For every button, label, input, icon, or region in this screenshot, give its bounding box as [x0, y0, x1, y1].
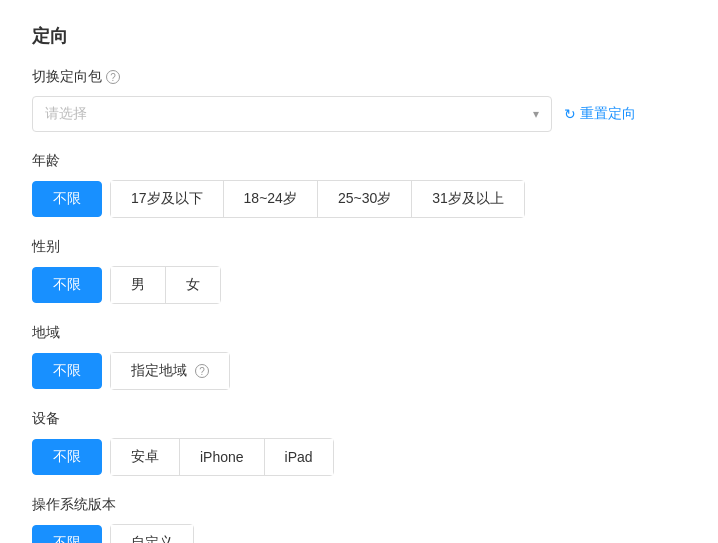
gender-option-female[interactable]: 女: [166, 267, 220, 303]
targeting-package-label: 切换定向包 ?: [32, 68, 686, 86]
device-option-ipad[interactable]: iPad: [265, 439, 333, 475]
device-option-android[interactable]: 安卓: [111, 439, 180, 475]
region-section: 地域 不限 指定地域 ?: [32, 324, 686, 390]
targeting-package-dropdown[interactable]: 请选择 ▾: [32, 96, 552, 132]
targeting-package-section: 切换定向包 ? 请选择 ▾ ↻ 重置定向: [32, 68, 686, 132]
age-options-group: 17岁及以下 18~24岁 25~30岁 31岁及以上: [110, 180, 525, 218]
gender-option-male[interactable]: 男: [111, 267, 166, 303]
device-option-iphone[interactable]: iPhone: [180, 439, 265, 475]
refresh-icon: ↻: [564, 106, 576, 122]
gender-label: 性别: [32, 238, 686, 256]
age-options-row: 不限 17岁及以下 18~24岁 25~30岁 31岁及以上: [32, 180, 686, 218]
os-version-option-unlimited[interactable]: 不限: [32, 525, 102, 543]
targeting-package-row: 请选择 ▾ ↻ 重置定向: [32, 96, 686, 132]
region-option-custom[interactable]: 指定地域 ?: [111, 353, 229, 389]
os-version-option-custom[interactable]: 自定义: [111, 525, 193, 543]
os-version-section: 操作系统版本 不限 自定义: [32, 496, 686, 543]
reset-targeting-button[interactable]: ↻ 重置定向: [564, 105, 636, 123]
targeting-package-placeholder: 请选择: [45, 105, 87, 123]
age-option-25-30[interactable]: 25~30岁: [318, 181, 412, 217]
age-section: 年龄 不限 17岁及以下 18~24岁 25~30岁 31岁及以上: [32, 152, 686, 218]
age-option-unlimited[interactable]: 不限: [32, 181, 102, 217]
region-options-group: 指定地域 ?: [110, 352, 230, 390]
device-section: 设备 不限 安卓 iPhone iPad: [32, 410, 686, 476]
age-option-18-24[interactable]: 18~24岁: [224, 181, 318, 217]
age-label: 年龄: [32, 152, 686, 170]
region-options-row: 不限 指定地域 ?: [32, 352, 686, 390]
os-version-options-group: 自定义: [110, 524, 194, 543]
os-version-label: 操作系统版本: [32, 496, 686, 514]
gender-option-unlimited[interactable]: 不限: [32, 267, 102, 303]
region-help-icon[interactable]: ?: [195, 364, 209, 378]
region-option-unlimited[interactable]: 不限: [32, 353, 102, 389]
age-option-above31[interactable]: 31岁及以上: [412, 181, 524, 217]
device-options-group: 安卓 iPhone iPad: [110, 438, 334, 476]
chevron-down-icon: ▾: [533, 107, 539, 121]
device-options-row: 不限 安卓 iPhone iPad: [32, 438, 686, 476]
device-option-unlimited[interactable]: 不限: [32, 439, 102, 475]
targeting-package-help-icon[interactable]: ?: [106, 70, 120, 84]
os-version-options-row: 不限 自定义: [32, 524, 686, 543]
page-title: 定向: [32, 24, 686, 48]
gender-section: 性别 不限 男 女: [32, 238, 686, 304]
device-label: 设备: [32, 410, 686, 428]
gender-options-row: 不限 男 女: [32, 266, 686, 304]
age-option-under17[interactable]: 17岁及以下: [111, 181, 224, 217]
gender-options-group: 男 女: [110, 266, 221, 304]
region-label: 地域: [32, 324, 686, 342]
